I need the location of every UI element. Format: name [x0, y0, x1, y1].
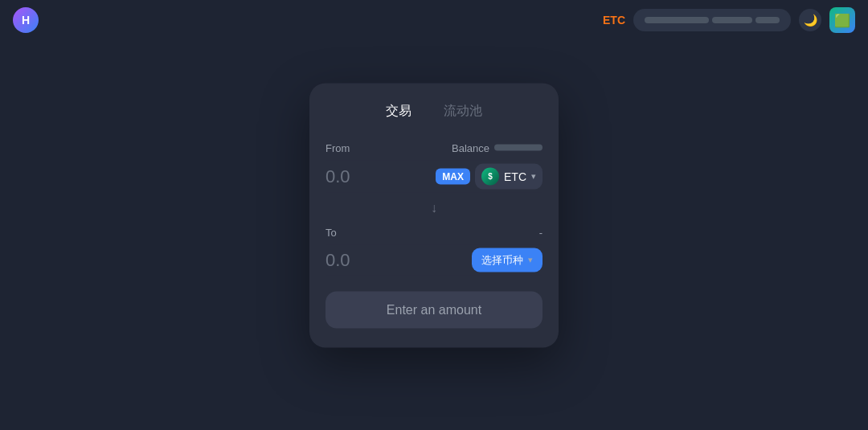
to-section: To - 选择币种 ▾	[326, 226, 542, 275]
from-section: From Balance MAX $ ETC	[326, 141, 542, 192]
tabs: 交易 流动池	[326, 102, 542, 122]
main-card-container: 交易 流动池 From Balance MAX	[309, 83, 559, 347]
wallet-icon[interactable]: 🟩	[829, 7, 855, 33]
from-label: From	[326, 141, 350, 154]
to-label: To	[326, 226, 337, 238]
tab-pool[interactable]: 流动池	[444, 102, 482, 122]
swap-card: 交易 流动池 From Balance MAX	[309, 83, 559, 347]
to-header: To -	[326, 226, 542, 238]
token-controls: MAX $ ETC ▾	[436, 163, 542, 189]
header-right: ETC 🌙 🟩	[603, 7, 855, 33]
balance-label-container: Balance	[452, 141, 542, 154]
wallet-address-blur2	[712, 17, 752, 23]
wallet-emoji: 🟩	[834, 13, 850, 28]
enter-amount-label: Enter an amount	[387, 302, 481, 316]
network-label[interactable]: ETC	[603, 14, 625, 27]
to-amount-input[interactable]	[326, 249, 406, 270]
balance-value-blur	[494, 145, 542, 151]
swap-arrow[interactable]: ↓	[326, 192, 542, 223]
tab-pool-label: 流动池	[444, 103, 482, 117]
token-name: ETC	[504, 170, 526, 182]
max-button[interactable]: MAX	[436, 168, 470, 184]
logo-letter: H	[22, 14, 30, 27]
select-token-chevron-icon: ▾	[528, 255, 533, 265]
select-token-label: 选择币种	[481, 252, 523, 267]
wallet-address-blur	[645, 17, 709, 23]
max-label: MAX	[442, 170, 464, 182]
balance-text: Balance	[452, 141, 489, 154]
logo[interactable]: H	[13, 7, 39, 33]
token-icon: $	[481, 167, 499, 185]
from-header: From Balance	[326, 141, 542, 154]
tab-trade-label: 交易	[386, 103, 411, 117]
theme-toggle[interactable]: 🌙	[799, 9, 821, 31]
wallet-address-pill[interactable]	[633, 9, 791, 31]
header: H ETC 🌙 🟩	[0, 0, 868, 40]
from-input-row: MAX $ ETC ▾	[326, 160, 542, 192]
from-amount-input[interactable]	[326, 166, 406, 186]
enter-amount-button[interactable]: Enter an amount	[326, 291, 542, 328]
chevron-down-icon: ▾	[531, 171, 536, 182]
to-dash: -	[539, 226, 542, 238]
moon-icon: 🌙	[804, 14, 817, 27]
tab-trade[interactable]: 交易	[386, 102, 411, 122]
to-input-row: 选择币种 ▾	[326, 244, 542, 275]
token-selector[interactable]: $ ETC ▾	[475, 163, 542, 189]
wallet-address-blur3	[755, 17, 780, 23]
arrow-icon: ↓	[431, 200, 437, 215]
select-token-button[interactable]: 选择币种 ▾	[472, 248, 542, 272]
